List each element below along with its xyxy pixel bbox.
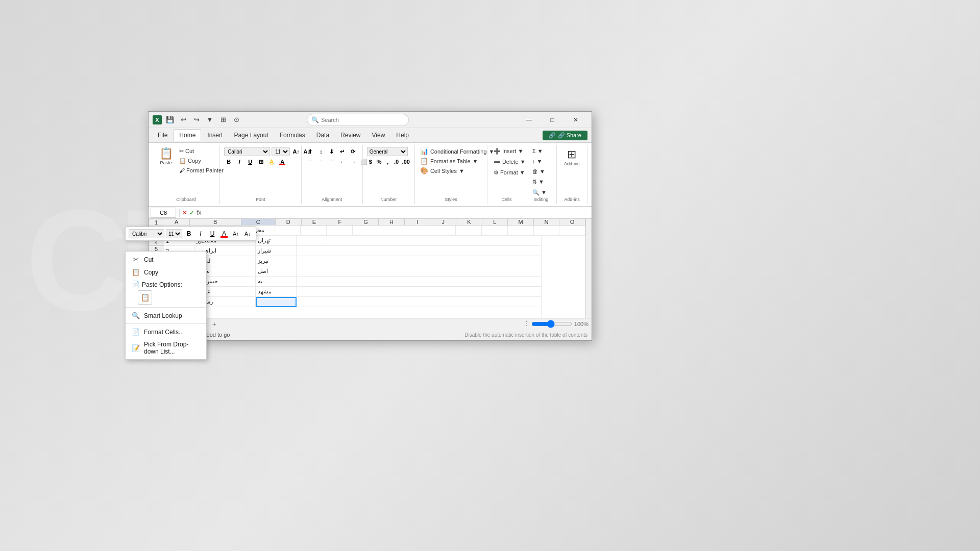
mini-grow-button[interactable]: A↑: [231, 229, 241, 239]
row10[interactable]: [164, 317, 542, 318]
format-as-table-button[interactable]: 📋 Format as Table ▼: [419, 157, 496, 165]
maximize-button[interactable]: □: [541, 112, 564, 128]
cell-c6[interactable]: یه: [256, 277, 297, 287]
cell-rest4[interactable]: [297, 256, 542, 266]
undo-button[interactable]: ↩: [178, 115, 188, 125]
delete-cells-button[interactable]: ➖ Delete ▼: [492, 158, 528, 166]
cell-d1[interactable]: [275, 226, 301, 236]
col-header-k[interactable]: K: [456, 219, 482, 225]
mini-italic-button[interactable]: I: [195, 229, 206, 239]
auto-save-button[interactable]: ⊙: [231, 115, 241, 125]
fill-button[interactable]: ↓ ▼: [530, 157, 549, 165]
underline-button[interactable]: U: [246, 157, 255, 166]
font-name-select[interactable]: Calibri: [224, 147, 270, 156]
cell-reference-input[interactable]: [151, 208, 176, 218]
col-header-g[interactable]: G: [353, 219, 379, 225]
col-header-m[interactable]: M: [508, 219, 534, 225]
tab-help[interactable]: Help: [391, 130, 414, 141]
tab-data[interactable]: Data: [311, 130, 334, 141]
mini-size-select[interactable]: 11: [166, 229, 182, 238]
align-right-button[interactable]: ≡: [327, 157, 336, 166]
cell-f1[interactable]: [327, 226, 353, 236]
cell-rest2[interactable]: [327, 236, 542, 246]
conditional-formatting-button[interactable]: 📊 Conditional Formatting ▼: [419, 147, 496, 156]
sheet-options-icon[interactable]: ⋮: [524, 320, 529, 327]
redo-button[interactable]: ↪: [191, 115, 202, 125]
col-header-a[interactable]: A: [164, 219, 190, 225]
cell-rest5[interactable]: [297, 266, 542, 277]
cell-k1[interactable]: [456, 226, 482, 236]
tab-review[interactable]: Review: [335, 130, 365, 141]
find-select-button[interactable]: 🔍 ▼: [530, 188, 549, 197]
cell-l1[interactable]: [482, 226, 508, 236]
customize-qat-button[interactable]: ▼: [205, 115, 215, 125]
number-format-select[interactable]: General: [367, 147, 408, 156]
cell-c7[interactable]: مشهد: [256, 287, 297, 297]
tab-file[interactable]: File: [153, 130, 173, 141]
col-header-i[interactable]: I: [405, 219, 431, 225]
addins-button[interactable]: ⊞ Add-ins: [561, 147, 583, 167]
cell-o1[interactable]: [559, 226, 585, 236]
formula-input[interactable]: [204, 210, 590, 216]
accounting-button[interactable]: $: [367, 157, 374, 166]
cell-rest7[interactable]: [297, 287, 542, 297]
fill-color-button[interactable]: A̲: [267, 157, 276, 166]
col-header-o[interactable]: O: [559, 219, 585, 225]
cell-rest6[interactable]: [297, 277, 542, 287]
align-top-button[interactable]: ⬆: [306, 147, 315, 156]
border-button[interactable]: ⊞: [256, 157, 265, 166]
context-copy-button[interactable]: 📋 Copy: [126, 266, 206, 279]
wrap-text-button[interactable]: ↵: [338, 147, 347, 156]
col-header-j[interactable]: J: [430, 219, 456, 225]
cell-c3[interactable]: شیراز: [256, 246, 297, 256]
align-bottom-button[interactable]: ⬇: [327, 147, 336, 156]
cell-rest3[interactable]: [297, 246, 542, 256]
percent-button[interactable]: %: [376, 157, 383, 166]
copy-button[interactable]: 📋 Copy: [177, 157, 226, 165]
bold-button[interactable]: B: [224, 157, 233, 166]
cell-h1[interactable]: [378, 226, 404, 236]
format-cells-button[interactable]: ⚙ Format ▼: [492, 168, 528, 177]
context-format-cells-button[interactable]: 📄 Format Cells...: [126, 325, 206, 338]
minimize-button[interactable]: —: [517, 112, 541, 128]
row9[interactable]: [164, 307, 542, 317]
cut-button[interactable]: ✂ Cut: [177, 147, 226, 156]
cancel-formula-icon[interactable]: ✕: [182, 209, 187, 216]
comma-button[interactable]: ,: [384, 157, 391, 166]
insert-cells-button[interactable]: ➕ Insert ▼: [492, 147, 528, 156]
cell-i1[interactable]: [404, 226, 430, 236]
zoom-slider[interactable]: [531, 320, 572, 328]
share-button[interactable]: 🔗 🔗 Share: [543, 131, 587, 140]
tab-view[interactable]: View: [367, 130, 390, 141]
insert-function-icon[interactable]: fx: [197, 209, 201, 216]
increase-decimal-button[interactable]: .0: [393, 157, 400, 166]
mini-font-select[interactable]: Calibri: [129, 229, 164, 238]
paste-default-button[interactable]: 📋: [138, 290, 152, 305]
cell-rest8[interactable]: [297, 297, 542, 307]
cell-c8-selected[interactable]: [256, 297, 297, 307]
cell-n1[interactable]: [534, 226, 560, 236]
more-options-button[interactable]: ⊞: [218, 115, 228, 125]
confirm-formula-icon[interactable]: ✓: [189, 209, 194, 216]
italic-button[interactable]: I: [235, 157, 244, 166]
format-painter-button[interactable]: 🖌 Format Painter: [177, 166, 226, 174]
mini-bold-button[interactable]: B: [184, 229, 194, 239]
cell-c4[interactable]: تبریز: [256, 256, 297, 266]
tab-page-layout[interactable]: Page Layout: [229, 130, 273, 141]
decrease-decimal-button[interactable]: .00: [402, 157, 410, 166]
autosum-button[interactable]: Σ ▼: [530, 147, 549, 155]
decrease-indent-button[interactable]: ←: [338, 157, 347, 166]
mini-underline-button[interactable]: U: [207, 229, 217, 239]
cell-d2[interactable]: [297, 236, 327, 246]
col-header-n[interactable]: N: [534, 219, 560, 225]
cell-j1[interactable]: [430, 226, 456, 236]
paste-button[interactable]: 📋 Paste: [157, 147, 175, 166]
context-smart-lookup-button[interactable]: 🔍 Smart Lookup: [126, 309, 206, 322]
col-header-e[interactable]: E: [302, 219, 328, 225]
cell-m1[interactable]: [508, 226, 534, 236]
vertical-scrollbar[interactable]: [585, 219, 592, 318]
cell-c2[interactable]: تهران: [256, 236, 297, 246]
tab-insert[interactable]: Insert: [202, 130, 228, 141]
col-header-f[interactable]: F: [327, 219, 353, 225]
col-header-b[interactable]: B: [190, 219, 241, 225]
